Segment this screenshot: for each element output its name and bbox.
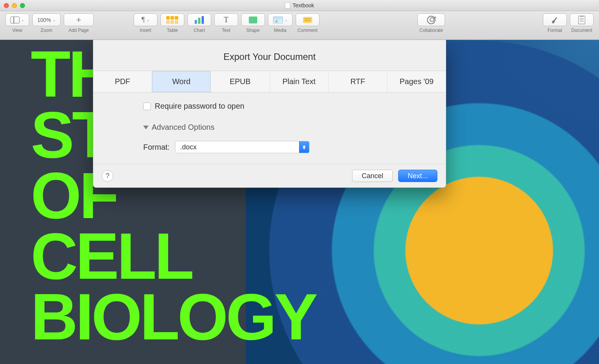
cancel-button-label: Cancel: [362, 172, 383, 180]
headline-line: BIOLOGY: [31, 286, 246, 347]
media-label: Media: [274, 28, 286, 33]
tab-pdf[interactable]: PDF: [93, 71, 152, 92]
media-group: ⌄ Media: [268, 13, 293, 33]
advanced-options-label: Advanced Options: [152, 123, 214, 132]
zoom-button[interactable]: 100% ⌄: [32, 13, 61, 26]
require-password-row: Require password to open: [143, 102, 430, 111]
close-window-button[interactable]: [4, 3, 9, 8]
collaborate-icon: [427, 16, 435, 24]
comment-icon: [303, 17, 312, 23]
pilcrow-icon: ¶: [142, 16, 145, 24]
format-button[interactable]: [543, 13, 567, 26]
document-button[interactable]: [570, 13, 594, 26]
format-icon: [551, 16, 559, 24]
tab-plaintext[interactable]: Plain Text: [270, 71, 329, 92]
require-password-label: Require password to open: [155, 102, 244, 111]
table-group: Table: [161, 13, 184, 33]
shape-icon: [249, 17, 257, 23]
format-popup-value: .docx: [180, 143, 197, 151]
chevron-down-icon: ⌄: [146, 18, 149, 22]
format-label: Format: [548, 28, 562, 33]
insert-label: Insert: [140, 28, 151, 33]
export-sheet: Export Your Document PDF Word EPUB Plain…: [93, 40, 446, 188]
shape-group: Shape: [241, 13, 265, 33]
view-label: View: [12, 28, 22, 33]
shape-button[interactable]: [241, 13, 265, 26]
comment-label: Comment: [298, 28, 318, 33]
insert-button[interactable]: ¶ ⌄: [134, 13, 157, 26]
require-password-checkbox[interactable]: [143, 103, 151, 110]
main-toolbar: ⌄ View 100% ⌄ Zoom + Add Page ¶ ⌄ Insert…: [0, 11, 599, 40]
chart-icon: [195, 16, 204, 24]
zoom-value: 100%: [37, 17, 51, 23]
chevron-down-icon: ⌄: [53, 18, 56, 22]
export-footer: ? Cancel Next...: [93, 164, 446, 187]
format-group: Format: [543, 13, 567, 33]
text-label: Text: [222, 28, 230, 33]
export-format-tabs: PDF Word EPUB Plain Text RTF Pages '09: [93, 71, 446, 93]
text-button[interactable]: T: [214, 13, 238, 26]
chart-button[interactable]: [187, 13, 211, 26]
collaborate-button[interactable]: [417, 13, 445, 26]
tab-epub[interactable]: EPUB: [211, 71, 270, 92]
format-label: Format:: [143, 143, 170, 152]
add-page-group: + Add Page: [64, 13, 94, 33]
format-row: Format: .docx: [143, 141, 430, 153]
cancel-button[interactable]: Cancel: [352, 170, 393, 182]
disclosure-triangle-icon: [143, 126, 149, 129]
plus-icon: +: [76, 15, 81, 25]
tab-rtf[interactable]: RTF: [329, 71, 387, 92]
collaborate-group: Collaborate: [417, 13, 445, 33]
media-icon: [273, 17, 283, 23]
export-body: Require password to open Advanced Option…: [93, 93, 446, 164]
tab-pages09[interactable]: Pages '09: [387, 71, 446, 92]
help-button[interactable]: ?: [102, 170, 113, 182]
media-button[interactable]: ⌄: [268, 13, 293, 26]
document-canvas: THE STUDY OF CELL BIOLOGY Introduction t…: [0, 40, 599, 364]
text-group: T Text: [214, 13, 238, 33]
view-button[interactable]: ⌄: [5, 13, 29, 26]
comment-button[interactable]: [296, 13, 319, 26]
minimize-window-button[interactable]: [12, 3, 17, 8]
window-title-text: Textbook: [293, 2, 314, 8]
text-icon: T: [224, 15, 228, 24]
shape-label: Shape: [246, 28, 260, 33]
zoom-window-button[interactable]: [20, 3, 25, 8]
export-title: Export Your Document: [93, 40, 446, 71]
collaborate-label: Collaborate: [419, 28, 443, 33]
next-button[interactable]: Next...: [398, 170, 437, 182]
chart-label: Chart: [194, 28, 205, 33]
chevron-down-icon: ⌄: [21, 18, 24, 22]
window-titlebar: Textbook: [0, 0, 599, 11]
popup-arrows-icon: [299, 141, 309, 153]
table-button[interactable]: [161, 13, 184, 26]
view-icon: [10, 17, 20, 23]
table-label: Table: [167, 28, 178, 33]
help-icon: ?: [106, 172, 109, 180]
zoom-label: Zoom: [41, 28, 53, 33]
window-controls: [4, 3, 25, 8]
chevron-down-icon: ⌄: [285, 18, 288, 22]
advanced-options-toggle[interactable]: Advanced Options: [143, 123, 430, 132]
view-group: ⌄ View: [5, 13, 29, 33]
comment-group: Comment: [296, 13, 319, 33]
insert-group: ¶ ⌄ Insert: [134, 13, 157, 33]
table-icon: [166, 16, 178, 24]
format-popup[interactable]: .docx: [175, 141, 309, 153]
tab-word[interactable]: Word: [152, 71, 211, 92]
add-page-label: Add Page: [68, 28, 89, 33]
next-button-label: Next...: [408, 172, 428, 180]
zoom-group: 100% ⌄ Zoom: [32, 13, 61, 33]
chart-group: Chart: [187, 13, 211, 33]
add-page-button[interactable]: +: [64, 13, 94, 26]
window-title: Textbook: [0, 2, 599, 8]
document-group: Document: [570, 13, 594, 33]
document-icon: [285, 2, 290, 8]
document-label: Document: [571, 28, 592, 33]
document-icon: [578, 16, 585, 24]
